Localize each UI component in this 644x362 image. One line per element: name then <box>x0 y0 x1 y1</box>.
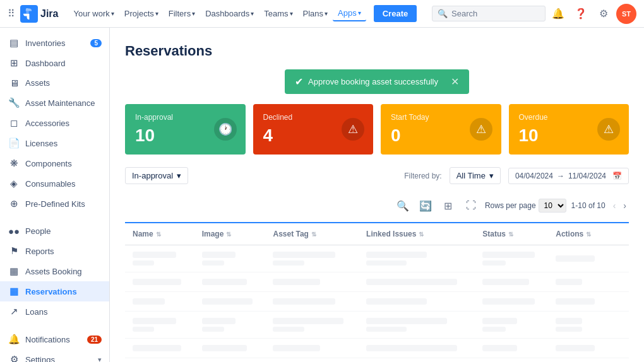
prev-page-btn[interactable]: ‹ <box>611 199 619 212</box>
columns-icon[interactable]: ⊞ <box>439 197 457 214</box>
chevron-down-icon: ▾ <box>358 9 361 16</box>
search-placeholder: Search <box>451 9 477 18</box>
next-page-btn[interactable]: › <box>621 199 629 212</box>
user-avatar[interactable]: ST <box>616 4 636 24</box>
sidebar-item-dashboard[interactable]: ⊞Dashboard <box>0 53 109 73</box>
th-label-status: Status <box>482 230 506 238</box>
sidebar-item-consumables[interactable]: ◈Consumables <box>0 173 109 194</box>
stat-card-icon-start-today: ⚠ <box>470 118 492 141</box>
stat-card-start-today[interactable]: Start Today 0 ⚠ <box>381 104 501 155</box>
td-asset-tag <box>265 245 359 272</box>
sidebar-label-reservations: Reservations <box>25 287 77 296</box>
td-name <box>125 245 194 272</box>
td-asset-tag <box>265 339 359 358</box>
create-button[interactable]: Create <box>374 5 417 22</box>
reports-icon: ⚑ <box>8 245 20 257</box>
td-status <box>475 358 548 363</box>
assets-icon: 🖥 <box>8 78 20 88</box>
td-asset-tag <box>265 358 359 363</box>
td-asset-tag <box>265 312 359 339</box>
td-linked-issues <box>359 312 475 339</box>
sort-icon-asset-tag[interactable]: ⇅ <box>311 231 316 238</box>
td-actions <box>548 358 629 363</box>
td-actions <box>548 339 629 358</box>
sidebar-item-assets-booking[interactable]: ▦Assets Booking <box>0 261 109 281</box>
sort-icon-name[interactable]: ⇅ <box>156 231 161 238</box>
td-name <box>125 292 194 312</box>
sidebar-label-inventories: Inventories <box>25 38 66 48</box>
sidebar-item-components[interactable]: ❋Components <box>0 153 109 173</box>
refresh-icon[interactable]: 🔄 <box>417 197 434 214</box>
sort-icon-image[interactable]: ⇅ <box>226 231 231 238</box>
sidebar-item-reports[interactable]: ⚑Reports <box>0 241 109 261</box>
sort-icon-actions[interactable]: ⇅ <box>586 231 591 238</box>
td-status <box>475 272 548 292</box>
topnav-item-apps[interactable]: Apps ▾ <box>333 6 366 21</box>
sidebar-item-notifications[interactable]: 🔔Notifications21 <box>0 329 109 349</box>
table-row <box>125 358 629 363</box>
topnav-item-your-work[interactable]: Your work ▾ <box>68 6 119 21</box>
toast-wrapper: ✔ Approve booking asset successfully ✕ <box>125 69 629 94</box>
td-image <box>194 245 266 272</box>
sort-icon-status[interactable]: ⇅ <box>508 231 513 238</box>
table-row <box>125 245 629 272</box>
sidebar-item-reservations[interactable]: ▦Reservations <box>0 281 109 301</box>
th-name: Name⇅ <box>125 223 194 245</box>
sidebar-item-assets[interactable]: 🖥Assets <box>0 73 109 93</box>
licenses-icon: 📄 <box>8 137 20 149</box>
sidebar-item-accessories[interactable]: ◻Accessories <box>0 113 109 133</box>
td-actions <box>548 312 629 339</box>
sidebar-label-pre-defined-kits: Pre-Defined Kits <box>25 199 85 209</box>
toast-message: Approve booking asset successfully <box>308 77 438 86</box>
topnav-item-projects[interactable]: Projects ▾ <box>119 6 164 21</box>
settings-icon-btn[interactable]: ⚙ <box>593 4 614 24</box>
topnav-item-teams[interactable]: Teams ▾ <box>259 6 297 21</box>
topnav-item-dashboards[interactable]: Dashboards ▾ <box>200 6 259 21</box>
td-name <box>125 358 194 363</box>
stat-card-icon-overdue: ⚠ <box>597 118 620 141</box>
stat-card-overdue[interactable]: Overdue 10 ⚠ <box>509 104 629 155</box>
rows-per-page-label: Rows per page <box>485 201 536 210</box>
logo[interactable]: Jira <box>20 5 58 23</box>
fullscreen-icon[interactable]: ⛶ <box>462 197 480 214</box>
sidebar-item-settings[interactable]: ⚙Settings▾ <box>0 349 109 362</box>
td-image <box>194 358 266 363</box>
table-toolbar: 🔍 🔄 ⊞ ⛶ Rows per page 10 25 50 1-10 of 1… <box>125 194 629 217</box>
sidebar-label-asset-maintenance: Asset Maintenance <box>25 98 95 108</box>
sidebar-item-inventories[interactable]: ▤Inventories5 <box>0 33 109 53</box>
accessories-icon: ◻ <box>8 117 20 129</box>
sidebar-item-licenses[interactable]: 📄Licenses <box>0 133 109 153</box>
page-title: Reservations <box>125 43 629 59</box>
chevron-down-icon: ▾ <box>155 10 158 17</box>
sidebar-item-asset-maintenance[interactable]: 🔧Asset Maintenance <box>0 93 109 113</box>
rows-per-page-select[interactable]: 10 25 50 <box>539 199 566 213</box>
stat-card-declined[interactable]: Declined 4 ⚠ <box>253 104 374 155</box>
search-bar[interactable]: 🔍 Search <box>432 6 546 21</box>
notifications-icon-btn[interactable]: 🔔 <box>548 4 568 24</box>
td-linked-issues <box>359 292 475 312</box>
sidebar-item-people[interactable]: ●●People <box>0 221 109 241</box>
toast-close-btn[interactable]: ✕ <box>451 76 459 88</box>
grid-icon[interactable]: ⠿ <box>8 8 15 20</box>
topnav-item-plans[interactable]: Plans ▾ <box>298 6 333 21</box>
th-label-actions: Actions <box>556 230 583 238</box>
sidebar-item-pre-defined-kits[interactable]: ⊕Pre-Defined Kits <box>0 194 109 214</box>
rows-per-page: Rows per page 10 25 50 <box>485 199 566 213</box>
sort-icon-linked-issues[interactable]: ⇅ <box>419 231 424 238</box>
topnav-item-filters[interactable]: Filters ▾ <box>164 6 200 21</box>
sidebar-badge-inventories: 5 <box>90 39 102 47</box>
stat-card-in-approval[interactable]: In-approval 10 🕐 <box>125 104 246 155</box>
status-filter[interactable]: In-approval ▾ <box>125 167 188 184</box>
toast-check-icon: ✔ <box>295 76 303 88</box>
date-range-filter[interactable]: 04/04/2024 → 11/04/2024 📅 <box>508 168 629 184</box>
notifications-icon: 🔔 <box>8 334 20 345</box>
chevron-down-icon: ▾ <box>111 10 114 17</box>
td-name <box>125 339 194 358</box>
help-icon-btn[interactable]: ❓ <box>571 4 591 24</box>
expand-icon-settings: ▾ <box>98 356 102 363</box>
search-table-icon[interactable]: 🔍 <box>394 197 412 214</box>
td-linked-issues <box>359 358 475 363</box>
time-filter[interactable]: All Time ▾ <box>450 167 501 184</box>
sidebar-item-loans[interactable]: ↗Loans <box>0 301 109 322</box>
status-filter-value: In-approval <box>132 171 173 180</box>
